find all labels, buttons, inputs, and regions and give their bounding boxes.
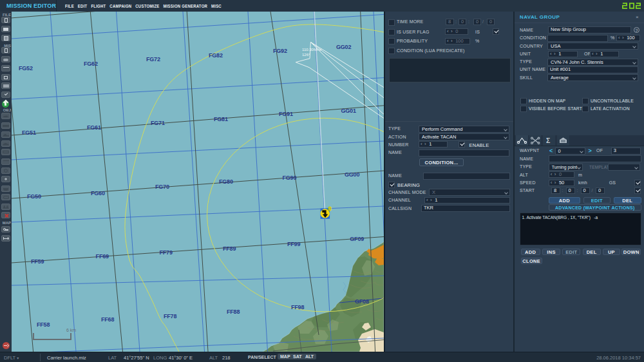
svg-text:FG92: FG92 (273, 48, 287, 54)
svg-text:0: 0 (328, 205, 332, 212)
svg-text:GF09: GF09 (350, 236, 364, 242)
svg-text:GG02: GG02 (336, 44, 351, 50)
svg-text:FG80: FG80 (219, 178, 233, 185)
svg-text:FG61: FG61 (87, 124, 101, 131)
svg-text:FG90: FG90 (283, 175, 297, 181)
svg-text:FF79: FF79 (160, 249, 173, 256)
svg-text:FG52: FG52 (19, 65, 33, 71)
svg-text:FF58: FF58 (37, 321, 50, 328)
svg-text:GG00: GG00 (345, 171, 359, 178)
svg-text:FG62: FG62 (84, 61, 98, 67)
svg-text:FG70: FG70 (155, 184, 169, 190)
svg-text:FF88: FF88 (227, 309, 240, 315)
svg-text:FG82: FG82 (209, 52, 223, 59)
svg-text:GG01: GG01 (341, 108, 356, 114)
svg-text:FG81: FG81 (214, 116, 228, 122)
svg-text:FF98: FF98 (291, 304, 304, 310)
svg-text:Σ: Σ (546, 137, 550, 144)
svg-text:FG51: FG51 (22, 129, 36, 136)
svg-text:FG71: FG71 (151, 120, 165, 126)
svg-text:FF78: FF78 (164, 313, 176, 319)
svg-text:FF99: FF99 (287, 241, 300, 247)
svg-text:FF68: FF68 (101, 316, 114, 323)
svg-text:110.30MHz: 110.30MHz (302, 48, 321, 52)
svg-text:FG60: FG60 (91, 190, 105, 196)
svg-text:FG91: FG91 (279, 111, 293, 117)
svg-text:126°: 126° (302, 53, 310, 57)
svg-text:FF69: FF69 (96, 253, 109, 260)
svg-text:6 km: 6 km (66, 328, 76, 332)
svg-text:GF08: GF08 (355, 298, 369, 305)
svg-text:FG72: FG72 (146, 56, 160, 62)
svg-text:FG50: FG50 (27, 193, 41, 200)
svg-text:FF89: FF89 (223, 245, 236, 252)
svg-text:FF59: FF59 (31, 258, 44, 265)
